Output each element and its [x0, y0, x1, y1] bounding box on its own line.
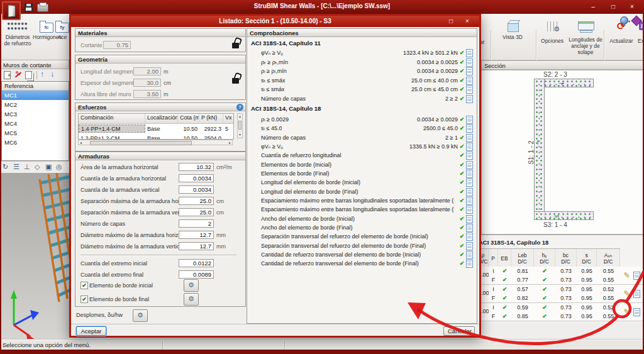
- opciones-button[interactable]: ⚙ Opciones: [537, 18, 567, 54]
- axes-icon[interactable]: ⊥: [24, 163, 30, 171]
- diam-max-vertical-input[interactable]: [179, 242, 214, 250]
- sep-max-horizontal-input[interactable]: [179, 197, 214, 205]
- report-icon[interactable]: [466, 77, 473, 85]
- report-icon[interactable]: [466, 188, 473, 196]
- direction-arrow-icon: →: [557, 79, 565, 86]
- longitud-input[interactable]: [133, 67, 161, 75]
- report-icon[interactable]: [466, 134, 473, 142]
- report-icon[interactable]: [466, 206, 473, 214]
- longitudes-anclaje-button[interactable]: Longitudes de anclaje y de solape: [566, 18, 605, 54]
- chevron-down-icon[interactable]: ▾: [628, 19, 630, 23]
- report-icon[interactable]: [466, 49, 473, 57]
- cuantia-vertical-input[interactable]: [179, 185, 214, 194]
- report-icon[interactable]: [466, 260, 473, 268]
- cube-icon[interactable]: ▣: [45, 163, 52, 171]
- report-icon[interactable]: [466, 67, 473, 75]
- check-icon: ✔: [534, 286, 555, 292]
- cuantia-extremo-final-input[interactable]: [179, 270, 214, 279]
- report-icon[interactable]: [466, 251, 473, 259]
- report-icon[interactable]: [633, 272, 640, 280]
- check-icon: ✔: [458, 59, 466, 65]
- cuantia-horizontal-input[interactable]: [179, 174, 214, 182]
- lock-icon[interactable]: [232, 43, 239, 48]
- report-icon[interactable]: [466, 152, 473, 160]
- walls-list-header[interactable]: Referencia: [2, 82, 69, 91]
- numero-capas-input[interactable]: [179, 219, 214, 228]
- cancelar-button[interactable]: Cancelar: [443, 326, 475, 336]
- report-icon[interactable]: [466, 95, 473, 103]
- seccion-panel-header: Sección: [481, 60, 644, 70]
- list-item[interactable]: MC4: [2, 119, 69, 128]
- copy-icon[interactable]: [25, 71, 32, 79]
- check-icon: ✔: [458, 170, 466, 177]
- aceptar-button[interactable]: Aceptar: [76, 326, 106, 336]
- borde-final-gear-button[interactable]: ⚙: [184, 293, 199, 306]
- report-icon[interactable]: [466, 124, 473, 133]
- lock-icon[interactable]: [232, 78, 239, 84]
- area-horizontal-input[interactable]: [179, 163, 214, 171]
- horizontal-scrollbar[interactable]: ◄ ►: [78, 140, 233, 145]
- espesor-input[interactable]: [133, 79, 161, 87]
- report-icon[interactable]: [633, 290, 640, 298]
- report-icon[interactable]: [466, 143, 473, 151]
- edit-pencil-icon[interactable]: ✎: [624, 307, 630, 316]
- diametros-refuerzo-button[interactable]: Diámetros de refuerzo: [3, 16, 33, 58]
- sep-max-vertical-input[interactable]: [179, 208, 214, 216]
- help-icon[interactable]: ?: [236, 104, 243, 111]
- report-icon[interactable]: [466, 170, 473, 178]
- table-row[interactable]: 1.2·PP+1.2·CM Base 10.50 2504.0: [79, 133, 233, 140]
- desplomes-gear-button[interactable]: ⚙: [133, 309, 148, 322]
- check-icon: ✔: [498, 277, 511, 283]
- globe-icon[interactable]: [620, 16, 628, 25]
- report-icon[interactable]: [466, 179, 473, 187]
- chevron-down-icon[interactable]: ▾: [640, 19, 642, 23]
- move-down-icon[interactable]: ↓: [50, 70, 54, 79]
- report-icon[interactable]: [466, 58, 473, 67]
- cortante-input[interactable]: [103, 41, 131, 49]
- edit-pencil-icon[interactable]: ✎: [624, 271, 630, 280]
- app-icon[interactable]: [2, 1, 21, 20]
- report-icon[interactable]: [466, 224, 473, 232]
- shield-icon[interactable]: ◇: [35, 163, 40, 171]
- move-up-icon[interactable]: ↑: [40, 70, 44, 79]
- dialog-maximize-button[interactable]: □: [444, 17, 458, 26]
- report-icon[interactable]: [466, 233, 473, 241]
- list-item[interactable]: MC2: [2, 100, 69, 109]
- minimize-button[interactable]: –: [586, 2, 600, 11]
- table-row: I✔0.57✔0.730.950.52: [481, 285, 620, 294]
- borde-inicial-gear-button[interactable]: ⚙: [184, 279, 199, 292]
- dialog-close-button[interactable]: ×: [460, 17, 474, 26]
- report-icon[interactable]: [466, 215, 473, 223]
- report-icon[interactable]: [466, 86, 473, 94]
- scroll-right-icon: ►: [228, 141, 231, 145]
- diam-max-horizontal-input[interactable]: [179, 231, 214, 239]
- vista-3d-button[interactable]: Vista 3D: [497, 18, 528, 54]
- esfuerzos-table[interactable]: Combinación Localización Cota (m) P (kN)…: [78, 113, 234, 140]
- elemento-borde-inicial-checkbox[interactable]: ✔: [80, 282, 88, 289]
- report-icon[interactable]: [466, 161, 473, 169]
- vertical-scrollbar[interactable]: ▲ ▼: [237, 113, 243, 138]
- table-row[interactable]: 1.4·PP+1.4·CM Base 10.50 2922.3 5: [79, 124, 233, 133]
- elemento-borde-final-checkbox[interactable]: ✔: [80, 296, 88, 303]
- list-item[interactable]: MC5: [2, 128, 69, 138]
- list-item[interactable]: MC3: [2, 109, 69, 119]
- camera-icon[interactable]: ◎: [56, 163, 62, 171]
- layers-icon[interactable]: ☰: [13, 163, 19, 171]
- report-icon[interactable]: [633, 308, 640, 316]
- rotate-3d-icon[interactable]: ↻: [3, 163, 8, 171]
- list-item[interactable]: MC6: [2, 138, 69, 147]
- list-item[interactable]: MC1: [2, 91, 69, 100]
- edit-pencil-icon[interactable]: ✎: [624, 289, 630, 298]
- cuantia-extremo-inicial-input[interactable]: [179, 259, 214, 267]
- report-icon[interactable]: [466, 116, 473, 124]
- report-icon[interactable]: [466, 242, 473, 250]
- altura-input[interactable]: [133, 90, 161, 98]
- check-item: ρₗ ≥ 0.00290.0034 ≥ 0.0029✔: [251, 115, 473, 124]
- report-icon[interactable]: [466, 197, 473, 205]
- 3d-viewport[interactable]: [0, 173, 69, 340]
- save-icon[interactable]: [25, 3, 33, 11]
- print-icon[interactable]: [37, 4, 48, 12]
- section-view[interactable]: S2: 2 - 3 → S1: 1 - 2 ↑ S3: 1 - 4 →: [481, 70, 644, 235]
- maximize-button[interactable]: □: [606, 2, 620, 11]
- close-button[interactable]: ×: [625, 2, 639, 11]
